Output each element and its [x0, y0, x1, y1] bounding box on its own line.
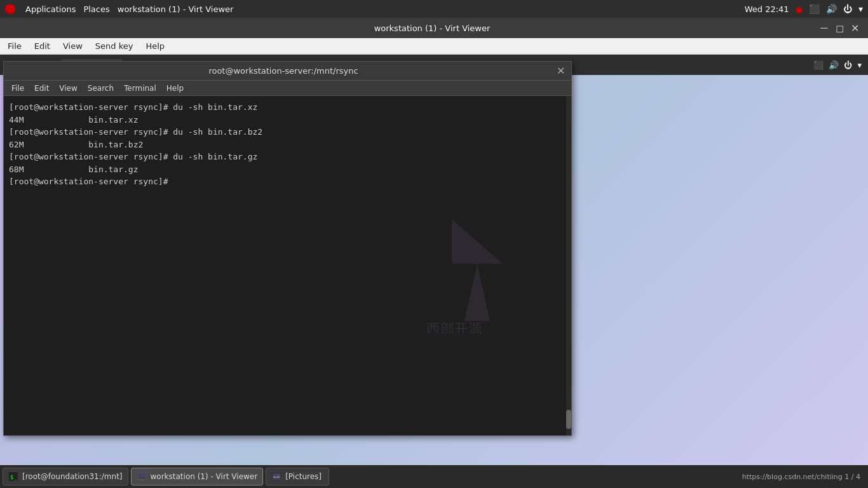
- terminal-line: [root@workstation-server rsync]# du -sh …: [9, 126, 566, 139]
- terminal-titlebar: root@workstation-server:/mnt/rsync ✕: [4, 62, 571, 81]
- taskbar-item-pictures[interactable]: [Pictures]: [266, 468, 329, 485]
- terminal-window: root@workstation-server:/mnt/rsync ✕ Fil…: [3, 61, 572, 436]
- window-title-in-bar: workstation (1) - Virt Viewer: [118, 4, 234, 14]
- taskbar-virt-icon: [137, 471, 147, 482]
- system-bar-left: Applications Places workstation (1) - Vi…: [5, 4, 233, 14]
- terminal-line: 62M bin.tar.bz2: [9, 139, 566, 151]
- terminal-menubar: File Edit View Search Terminal Help: [4, 81, 571, 96]
- gnome-network-icon: ⬛: [813, 60, 824, 70]
- terminal-scrollbar-thumb[interactable]: [566, 410, 571, 429]
- terminal-title: root@workstation-server:/mnt/rsync: [10, 66, 557, 76]
- term-menu-view[interactable]: View: [55, 83, 81, 94]
- taskbar: $_ [root@foundation31:/mnt] workstation …: [0, 465, 868, 488]
- taskbar-terminal-label: [root@foundation31:/mnt]: [22, 472, 123, 481]
- terminal-line: [root@workstation-server rsync]# du -sh …: [9, 101, 566, 114]
- terminal-body[interactable]: [root@workstation-server rsync]# du -sh …: [4, 96, 571, 435]
- virt-viewer-window: workstation (1) - Virt Viewer ─ ◻ ✕ File…: [0, 18, 868, 488]
- clock-dot: ●: [796, 4, 803, 14]
- chevron-down-icon: ▾: [858, 4, 863, 14]
- term-menu-help[interactable]: Help: [163, 83, 187, 94]
- taskbar-pictures-icon: [271, 471, 281, 482]
- redhat-icon: [5, 4, 15, 14]
- virt-viewer-title: workstation (1) - Virt Viewer: [46, 24, 818, 33]
- maximize-button[interactable]: ◻: [834, 22, 845, 34]
- virt-viewer-titlebar: workstation (1) - Virt Viewer ─ ◻ ✕: [0, 18, 868, 38]
- taskbar-terminal-icon: $_: [8, 471, 18, 482]
- gnome-bar-right: ⬛ 🔊 ⏻ ▾: [813, 60, 862, 70]
- vv-menu-help[interactable]: Help: [140, 40, 170, 52]
- term-menu-search[interactable]: Search: [84, 83, 118, 94]
- terminal-line: 44M bin.tar.xz: [9, 114, 566, 126]
- term-menu-terminal[interactable]: Terminal: [120, 83, 160, 94]
- terminal-close-button[interactable]: ✕: [557, 65, 565, 77]
- power-icon: ⏻: [843, 4, 852, 14]
- gnome-power-icon: ⏻: [844, 60, 852, 70]
- gnome-chevron-icon: ▾: [857, 60, 862, 70]
- terminal-line: 68M bin.tar.gz: [9, 163, 566, 176]
- terminal-scrollbar[interactable]: [566, 96, 571, 435]
- close-button[interactable]: ✕: [849, 22, 860, 34]
- network-icon: ⬛: [809, 4, 820, 14]
- vv-menu-file[interactable]: File: [3, 40, 27, 52]
- vv-menu-edit[interactable]: Edit: [29, 40, 55, 52]
- term-menu-file[interactable]: File: [8, 83, 28, 94]
- vv-menu-view[interactable]: View: [58, 40, 88, 52]
- main-content: Activities ▣ Terminal ▾ Wed 22:41 ⬛ 🔊 ⏻ …: [0, 55, 868, 488]
- system-bar: Applications Places workstation (1) - Vi…: [0, 0, 868, 18]
- svg-rect-5: [138, 473, 146, 478]
- taskbar-url-info: https://blog.csdn.net/chitiing 1 / 4: [742, 473, 860, 481]
- terminal-line: [root@workstation-server rsync]# du -sh …: [9, 151, 566, 163]
- vv-menu-sendkey[interactable]: Send key: [90, 40, 139, 52]
- places-menu[interactable]: Places: [83, 4, 109, 14]
- terminal-line: [root@workstation-server rsync]#: [9, 175, 566, 188]
- gnome-volume-icon: 🔊: [829, 60, 839, 70]
- taskbar-right-info: https://blog.csdn.net/chitiing 1 / 4: [742, 473, 865, 481]
- applications-menu[interactable]: Applications: [25, 4, 76, 14]
- taskbar-item-virt-viewer[interactable]: workstation (1) - Virt Viewer: [131, 468, 264, 485]
- terminal-output: [root@workstation-server rsync]# du -sh …: [9, 101, 566, 188]
- virt-viewer-menubar: File Edit View Send key Help: [0, 38, 868, 55]
- system-clock: Wed 22:41: [745, 4, 789, 14]
- taskbar-virt-label: workstation (1) - Virt Viewer: [151, 472, 258, 481]
- term-menu-edit[interactable]: Edit: [31, 83, 53, 94]
- system-bar-right: Wed 22:41 ● ⬛ 🔊 ⏻ ▾: [745, 4, 863, 14]
- svg-text:$_: $_: [10, 474, 17, 480]
- taskbar-item-terminal[interactable]: $_ [root@foundation31:/mnt]: [3, 468, 128, 485]
- taskbar-pictures-label: [Pictures]: [285, 472, 322, 481]
- minimize-button[interactable]: ─: [818, 22, 830, 34]
- volume-icon: 🔊: [826, 4, 837, 14]
- virt-viewer-controls: ─ ◻ ✕: [818, 22, 860, 34]
- svg-rect-6: [140, 479, 143, 481]
